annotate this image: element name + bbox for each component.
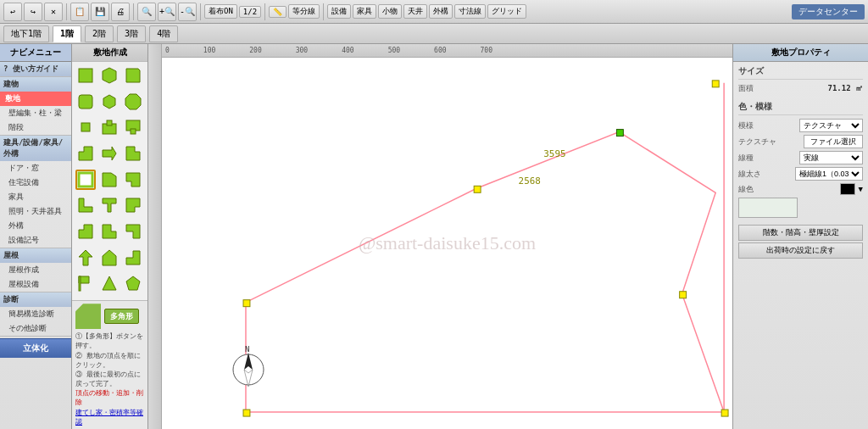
shape-rounded-sq[interactable] xyxy=(75,92,96,112)
right-panel-body: サイズ 面積 71.12 ㎡ 色・模様 模様 テクスチャ 単色 なし xyxy=(733,62,868,429)
reset-btn[interactable]: 出荷時の設定に戻す xyxy=(738,242,863,259)
sidebar-building-header[interactable]: 建物 xyxy=(0,77,71,92)
sidebar-item-roof-equipment[interactable]: 屋根設備 xyxy=(0,277,71,292)
shape-t-shape[interactable] xyxy=(99,195,120,215)
floor-tab-b1[interactable]: 地下1階 xyxy=(3,25,49,42)
floor-tab-1f[interactable]: 1階 xyxy=(53,25,81,42)
shape-frame-notch[interactable] xyxy=(123,170,143,190)
color-pattern-title: 色・模様 xyxy=(738,101,863,115)
shape-square[interactable] xyxy=(75,65,96,86)
sidebar-section-building: 建物 敷地 壁編集・柱・梁 階段 xyxy=(0,77,71,136)
shape-wide-step[interactable] xyxy=(123,248,143,268)
exterior-toggle[interactable]: 外構 xyxy=(429,4,453,19)
shape-tab-top[interactable] xyxy=(99,117,120,137)
shape-notch-tr[interactable] xyxy=(123,143,143,164)
sidebar-item-door[interactable]: ドア・窓 xyxy=(0,161,71,176)
shape-notch-tl[interactable] xyxy=(75,143,96,164)
sidebar-roof-header[interactable]: 屋根 xyxy=(0,248,71,263)
instruction-link[interactable]: 建てし家・密積率等確認 xyxy=(75,408,144,426)
svg-rect-34 xyxy=(721,410,728,416)
snap-on-btn[interactable]: 着布ON xyxy=(204,4,237,19)
sidebar-item-wall[interactable]: 壁編集・柱・梁 xyxy=(0,106,71,120)
furniture-toggle[interactable]: 家具 xyxy=(353,4,376,19)
corner-btn-area: 多角形 xyxy=(75,304,144,329)
shape-step-tl[interactable] xyxy=(99,221,120,242)
shape-small-sq[interactable] xyxy=(75,117,96,137)
line-color-label: 線色 xyxy=(738,184,754,195)
sidebar-item-stairs[interactable]: 階段 xyxy=(0,120,71,135)
shape-tab-bot[interactable] xyxy=(123,117,143,137)
svg-rect-27 xyxy=(79,276,81,291)
pattern-select[interactable]: テクスチャ 単色 なし xyxy=(799,119,863,132)
sidebar-diagnosis-header[interactable]: 診断 xyxy=(0,292,71,307)
copy-btn[interactable]: 📋 xyxy=(70,3,89,21)
line-width-select[interactable]: 極細線1（0.03mm） 細線 中線 xyxy=(795,167,863,181)
shape-arrow-up[interactable] xyxy=(75,248,96,268)
svg-marker-12 xyxy=(103,147,116,160)
equal-divide-btn[interactable]: 等分線 xyxy=(288,4,320,19)
redo-btn[interactable]: ↪ xyxy=(24,3,42,21)
ceiling-toggle[interactable]: 天井 xyxy=(403,4,427,19)
sidebar-item-symbols[interactable]: 設備記号 xyxy=(0,233,71,248)
grid-toggle[interactable]: グリッド xyxy=(487,4,526,19)
shape-pentagon[interactable] xyxy=(123,273,143,293)
shape-rounded-hex[interactable] xyxy=(99,92,120,112)
shape-frame-sq[interactable] xyxy=(75,170,96,190)
floor-tab-4f[interactable]: 4階 xyxy=(149,25,178,42)
main-layout: ナビメニュー ? 使い方ガイド 建物 敷地 壁編集・柱・梁 階段 建具/設備/家… xyxy=(0,44,868,429)
line-select[interactable]: 実線 破線 点線 xyxy=(799,151,863,164)
shape-house[interactable] xyxy=(99,248,120,268)
shape-tri-cut[interactable] xyxy=(99,170,120,190)
svg-marker-18 xyxy=(103,198,116,212)
sidebar-guide-header[interactable]: ? 使い方ガイド xyxy=(0,62,71,76)
shape-flag[interactable] xyxy=(75,273,96,293)
zoom-in-btn[interactable]: +🔍 xyxy=(158,3,176,21)
zoom-out-btn[interactable]: -🔍 xyxy=(178,3,197,21)
dimension-toggle[interactable]: 寸法線 xyxy=(454,4,486,19)
sidebar-item-lighting[interactable]: 照明・天井器具 xyxy=(0,204,71,219)
zoom-fit-btn[interactable]: 🔍 xyxy=(137,3,156,21)
shape-cut-corner[interactable] xyxy=(123,65,143,86)
shape-octagon[interactable] xyxy=(123,92,143,112)
sidebar-item-roof-create[interactable]: 屋根作成 xyxy=(0,263,71,277)
sidebar-section-roof: 屋根 屋根作成 屋根設備 xyxy=(0,248,71,292)
shape-hexagon[interactable] xyxy=(99,65,120,86)
line-row: 線種 実線 破線 点線 xyxy=(738,151,863,164)
line-color-row: 線色 ▼ xyxy=(738,183,863,195)
sidebar-item-equipment[interactable]: 住宅設備 xyxy=(0,176,71,190)
3d-view-btn[interactable]: 立体化 xyxy=(0,338,71,358)
corner-btn[interactable]: 多角形 xyxy=(104,309,139,325)
small-items-toggle[interactable]: 小物 xyxy=(378,4,402,19)
undo-btn[interactable]: ↩ xyxy=(3,3,22,21)
sidebar-top-label: ナビメニュー xyxy=(0,44,71,62)
line-color-dropdown-icon[interactable]: ▼ xyxy=(859,185,863,193)
canvas-content[interactable]: @smart-daisuke15.com 3595 2568 xyxy=(162,58,732,429)
shape-notch-br[interactable] xyxy=(123,195,143,215)
print-btn[interactable]: 🖨 xyxy=(111,3,130,21)
data-center-header-btn[interactable]: データセンター xyxy=(792,4,865,20)
shape-corner-br[interactable] xyxy=(123,221,143,242)
floors-settings-btn[interactable]: 階数・階高・壁厚設定 xyxy=(738,225,863,241)
shape-step-bl[interactable] xyxy=(75,221,96,242)
sidebar-item-exterior[interactable]: 外構 xyxy=(0,219,71,233)
delete-btn[interactable]: ✕ xyxy=(44,3,63,21)
shape-arrow-r[interactable] xyxy=(99,143,120,164)
shape-l-shape[interactable] xyxy=(75,195,96,215)
scale-btn[interactable]: 1/2 xyxy=(239,6,261,18)
equipment-toggle[interactable]: 設備 xyxy=(327,4,351,19)
floor-tab-2f[interactable]: 2階 xyxy=(85,25,114,42)
sidebar-item-simple-diag[interactable]: 簡易構造診断 xyxy=(0,307,71,321)
line-color-preview xyxy=(840,183,855,195)
texture-file-btn[interactable]: ファイル選択 xyxy=(804,135,863,148)
right-panel-header: 敷地プロパティ xyxy=(733,44,868,62)
sidebar-item-furniture[interactable]: 家具 xyxy=(0,190,71,204)
shape-triangle[interactable] xyxy=(99,273,120,293)
save-btn[interactable]: 💾 xyxy=(91,3,109,21)
floor-tab-3f[interactable]: 3階 xyxy=(117,25,146,42)
sidebar-item-land[interactable]: 敷地 xyxy=(0,92,71,106)
measure-btn[interactable]: 📏 xyxy=(269,6,287,18)
sidebar-item-other-diag[interactable]: その他診断 xyxy=(0,321,71,336)
canvas-area[interactable]: 0100200300400500600700 @smart-daisuke15.… xyxy=(148,44,732,429)
line-width-label: 線太さ xyxy=(738,169,761,180)
sidebar-fixtures-header[interactable]: 建具/設備/家具/外構 xyxy=(0,136,71,161)
